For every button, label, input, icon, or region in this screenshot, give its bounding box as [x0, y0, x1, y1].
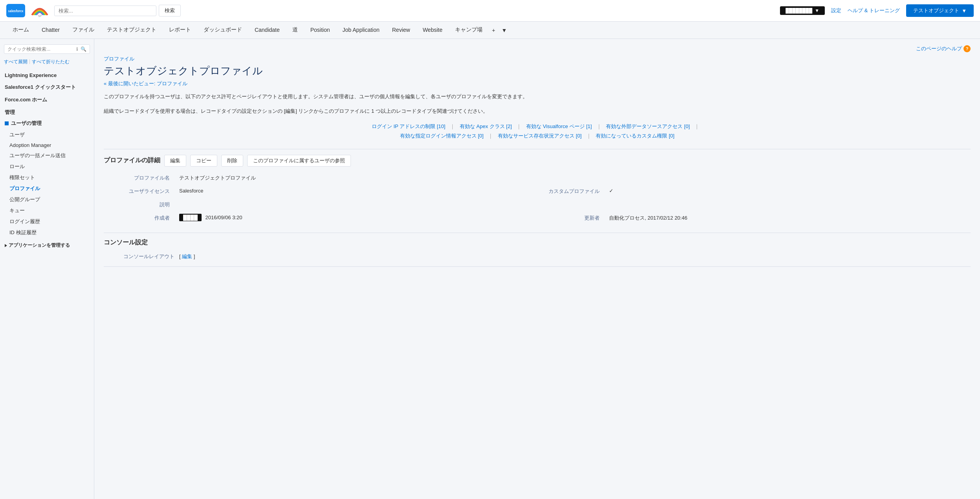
- sidebar-app-management[interactable]: アプリケーションを管理する: [0, 238, 94, 250]
- profile-section-header: プロファイルの詳細 編集 コピー 削除 このプロファイルに属するユーザの参照: [104, 149, 971, 167]
- app-switcher-label: テストオブジェクト: [913, 7, 959, 14]
- user-license-label: ユーザライセンス: [104, 185, 174, 198]
- console-section-title: コンソール設定: [104, 238, 971, 247]
- search-input[interactable]: [54, 6, 156, 16]
- top-header: salesforce '17 検索 ████████ ▼ 設定 ヘルプ & トレ…: [0, 0, 980, 22]
- svg-text:salesforce: salesforce: [8, 9, 23, 13]
- sidebar-item-bulk-email[interactable]: ユーザの一括メール送信: [0, 150, 94, 161]
- external-datasource-link[interactable]: 有効な外部データソースアクセス [0]: [606, 123, 690, 129]
- nav-position[interactable]: Position: [304, 22, 336, 39]
- nav-home[interactable]: ホーム: [6, 22, 35, 39]
- nav-dashboard[interactable]: ダッシュボード: [197, 22, 248, 39]
- sidebar-search-box[interactable]: ℹ 🔍: [4, 44, 90, 54]
- user-label: ████████: [785, 8, 812, 13]
- console-layout-edit-link[interactable]: 編集: [182, 253, 192, 259]
- collapsed-triangle-icon: [5, 244, 7, 247]
- sidebar-forcecom-home[interactable]: Force.com ホーム: [0, 92, 94, 105]
- sidebar-item-permission-sets[interactable]: 権限セット: [0, 172, 94, 183]
- empty-label: [534, 171, 604, 185]
- page-help-link[interactable]: このページのヘルプ: [916, 45, 962, 52]
- sidebar-item-id-verification[interactable]: ID 検証履歴: [0, 227, 94, 238]
- sidebar-kanri[interactable]: 管理: [0, 105, 94, 117]
- named-credentials-link[interactable]: 有効な指定ログイン情報アクセス [0]: [400, 133, 484, 139]
- created-by-label: 作成者: [104, 211, 174, 225]
- help-link-row: このページのヘルプ ?: [104, 45, 971, 52]
- empty-value: [604, 171, 971, 185]
- table-row: 作成者 ████ 2016/09/06 3:20 更新者 自動化プロセス, 20…: [104, 211, 971, 225]
- edit-button[interactable]: 編集: [164, 155, 186, 167]
- user-management-title: ユーザの管理: [11, 120, 42, 127]
- console-layout-label: コンソールレイアウト: [104, 253, 174, 260]
- sidebar-item-adoption-manager[interactable]: Adoption Manager: [0, 140, 94, 150]
- nav-reports[interactable]: レポート: [163, 22, 197, 39]
- nav-more-button[interactable]: +: [489, 22, 498, 39]
- search-area: 検索: [54, 5, 181, 17]
- search-button[interactable]: 検索: [159, 5, 181, 17]
- sidebar-item-roles[interactable]: ロール: [0, 161, 94, 172]
- settings-link[interactable]: 設定: [831, 7, 841, 14]
- sidebar-item-users[interactable]: ユーザ: [0, 129, 94, 140]
- sidebar-sf1-quickstart[interactable]: Salesforce1 クイックスタート: [0, 80, 94, 92]
- svg-text:'17: '17: [38, 15, 41, 17]
- help-icon[interactable]: ?: [963, 45, 971, 52]
- profile-section-title: プロファイルの詳細: [104, 156, 160, 165]
- app-dropdown-icon: ▼: [962, 8, 967, 14]
- nav-chatter[interactable]: Chatter: [35, 22, 66, 39]
- sidebar: ℹ 🔍 すべて展開 | すべて折りたたむ Lightning Experienc…: [0, 39, 94, 499]
- main-layout: ℹ 🔍 すべて展開 | すべて折りたたむ Lightning Experienc…: [0, 39, 980, 499]
- nav-overflow-button[interactable]: ▼: [498, 22, 510, 39]
- search-icon: 🔍: [81, 46, 86, 52]
- bottom-divider: [104, 266, 971, 267]
- nav-files[interactable]: ファイル: [66, 22, 101, 39]
- rainbow-badge: '17: [30, 4, 50, 17]
- user-license-value: Salesforce: [174, 185, 534, 198]
- user-pill[interactable]: ████████ ▼: [780, 6, 825, 15]
- app-management-label: アプリケーションを管理する: [9, 242, 70, 249]
- breadcrumb[interactable]: プロファイル: [104, 55, 971, 62]
- collapse-indicator: [5, 121, 9, 125]
- custom-profile-label: カスタムプロファイル: [534, 185, 604, 198]
- console-layout-row: コンソールレイアウト [ 編集 ]: [104, 251, 971, 262]
- copy-button[interactable]: コピー: [190, 155, 217, 167]
- updated-by-value: 自動化プロセス, 2017/02/12 20:46: [604, 211, 971, 225]
- nav-michi[interactable]: 道: [286, 22, 304, 39]
- nav-candidate[interactable]: Candidate: [248, 22, 286, 39]
- description-2: 組織でレコードタイプを使用する場合は、レコードタイプの設定セクションの [編集]…: [104, 107, 971, 116]
- apex-class-link[interactable]: 有効な Apex クラス [2]: [460, 123, 512, 129]
- help-training-link[interactable]: ヘルプ & トレーニング: [848, 7, 900, 14]
- profile-name-value: テストオブジェクトプロファイル: [174, 171, 534, 185]
- nav-job-application[interactable]: Job Application: [336, 22, 386, 39]
- collapse-all-link[interactable]: すべて折りたたむ: [32, 59, 70, 65]
- console-layout-value: [ 編集 ]: [179, 253, 195, 260]
- nav-review[interactable]: Review: [386, 22, 417, 39]
- login-ip-link[interactable]: ログイン IP アドレスの制限 [10]: [372, 123, 446, 129]
- expand-all-link[interactable]: すべて展開: [4, 59, 28, 65]
- user-management-section[interactable]: ユーザの管理: [0, 117, 94, 129]
- sidebar-item-public-groups[interactable]: 公開グループ: [0, 194, 94, 205]
- service-presence-link[interactable]: 有効なサービス存在状況アクセス [0]: [498, 133, 582, 139]
- nav-website[interactable]: Website: [417, 22, 449, 39]
- sidebar-item-profiles[interactable]: プロファイル: [0, 183, 94, 194]
- delete-button[interactable]: 削除: [221, 155, 243, 167]
- back-link[interactable]: « 最後に開いたビュー: プロファイル: [104, 80, 971, 87]
- main-content: このページのヘルプ ? プロファイル テストオブジェクトプロファイル « 最後に…: [94, 39, 980, 499]
- header-right: ████████ ▼ 設定 ヘルプ & トレーニング テストオブジェクト ▼: [780, 4, 974, 17]
- nav-test-object[interactable]: テストオブジェクト: [101, 22, 163, 39]
- nav-bar: ホーム Chatter ファイル テストオブジェクト レポート ダッシュボード …: [0, 22, 980, 39]
- table-row: ユーザライセンス Salesforce カスタムプロファイル ✓: [104, 185, 971, 198]
- user-dropdown-icon: ▼: [815, 8, 819, 13]
- sidebar-item-queues[interactable]: キュー: [0, 205, 94, 216]
- custom-permissions-link[interactable]: 有効になっているカスタム権限 [0]: [596, 133, 674, 139]
- description-value: [174, 198, 534, 211]
- app-switcher-button[interactable]: テストオブジェクト ▼: [906, 4, 974, 17]
- view-users-button[interactable]: このプロファイルに属するユーザの参照: [247, 155, 351, 167]
- sidebar-search-input[interactable]: [7, 46, 74, 52]
- visualforce-link[interactable]: 有効な Visualforce ページ [1]: [526, 123, 592, 129]
- nav-camp[interactable]: キャンプ場: [449, 22, 489, 39]
- created-by-value: ████ 2016/09/06 3:20: [174, 211, 534, 225]
- sidebar-lightning-experience[interactable]: Lightning Experience: [0, 68, 94, 80]
- sidebar-item-login-history[interactable]: ログイン履歴: [0, 216, 94, 227]
- profile-detail-table: プロファイル名 テストオブジェクトプロファイル ユーザライセンス Salesfo…: [104, 171, 971, 225]
- description-1: このプロファイルを持つユーザは、以下のアクセス許可とページレイアウトと使用します…: [104, 93, 971, 101]
- updated-by-label: 更新者: [534, 211, 604, 225]
